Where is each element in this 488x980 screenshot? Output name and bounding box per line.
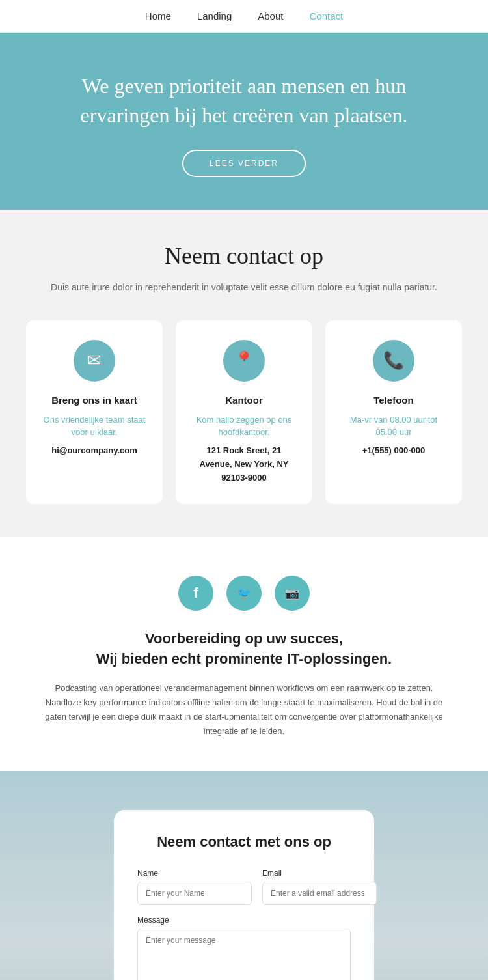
card-phone-title: Telefoon <box>341 395 446 406</box>
email-input[interactable] <box>262 882 377 905</box>
card-email-teal: Ons vriendelijke team staat voor u klaar… <box>42 413 147 439</box>
nav-landing[interactable]: Landing <box>197 10 232 21</box>
message-label: Message <box>137 916 351 925</box>
name-input[interactable] <box>137 882 252 905</box>
hero-title: We geven prioriteit aan mensen en hun er… <box>52 72 436 130</box>
name-field-group: Name <box>137 869 252 905</box>
card-phone-number: +1(555) 000-000 <box>341 444 446 458</box>
hero-section: We geven prioriteit aan mensen en hun er… <box>0 33 488 210</box>
phone-icon: 📞 <box>373 340 414 382</box>
social-heading: Voorbereiding op uw succes,Wij bieden ec… <box>39 629 449 669</box>
form-section: Neem contact met ons op Name Email Messa… <box>0 771 488 980</box>
location-icon: 📍 <box>223 340 265 382</box>
card-phone-teal: Ma-vr van 08.00 uur tot 05.00 uur <box>341 413 446 439</box>
card-email: ✉ Breng ons in kaart Ons vriendelijke te… <box>26 320 163 504</box>
email-label: Email <box>262 869 377 878</box>
social-section: f 🐦 📷 Voorbereiding op uw succes,Wij bie… <box>0 537 488 771</box>
nav-contact[interactable]: Contact <box>309 10 343 21</box>
card-office-teal: Kom hallo zeggen op ons hoofdkantoor. <box>191 413 297 439</box>
social-icons-group: f 🐦 📷 <box>39 576 449 611</box>
card-email-title: Breng ons in kaart <box>42 395 147 406</box>
email-field-group: Email <box>262 869 377 905</box>
form-name-email-row: Name Email <box>137 869 351 905</box>
email-icon: ✉ <box>74 340 115 382</box>
social-body: Podcasting van operationeel verandermana… <box>42 681 446 738</box>
contact-form-card: Neem contact met ons op Name Email Messa… <box>114 810 374 980</box>
contact-info-section: Neem contact op Duis aute irure dolor in… <box>0 210 488 537</box>
hero-button[interactable]: LEES VERDER <box>182 150 306 177</box>
card-email-dark: hi@ourcompany.com <box>42 444 147 458</box>
card-office-address: 121 Rock Sreet, 21 Avenue, New York, NY … <box>191 444 297 484</box>
contact-subtitle: Duis aute irure dolor in reprehenderit i… <box>26 280 462 294</box>
instagram-icon[interactable]: 📷 <box>275 576 310 611</box>
contact-cards: ✉ Breng ons in kaart Ons vriendelijke te… <box>26 320 462 504</box>
twitter-icon[interactable]: 🐦 <box>226 576 262 611</box>
nav-home[interactable]: Home <box>145 10 171 21</box>
card-office: 📍 Kantoor Kom hallo zeggen op ons hoofdk… <box>176 320 312 504</box>
message-input[interactable] <box>137 929 351 980</box>
navigation: Home Landing About Contact <box>0 0 488 33</box>
card-office-title: Kantoor <box>191 395 297 406</box>
name-label: Name <box>137 869 252 878</box>
contact-heading: Neem contact op <box>26 242 462 270</box>
nav-about[interactable]: About <box>258 10 283 21</box>
card-phone: 📞 Telefoon Ma-vr van 08.00 uur tot 05.00… <box>325 320 462 504</box>
facebook-icon[interactable]: f <box>178 576 213 611</box>
message-field-group: Message <box>137 916 351 980</box>
form-heading: Neem contact met ons op <box>137 833 351 850</box>
